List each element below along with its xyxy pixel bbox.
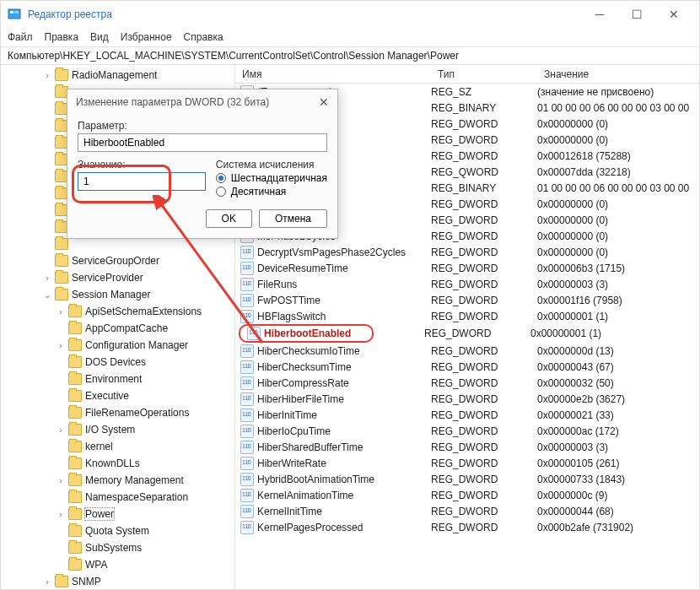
- binary-icon: [240, 473, 254, 486]
- binary-icon: [247, 327, 261, 340]
- menu-view[interactable]: Вид: [90, 31, 109, 43]
- binary-icon: [240, 457, 254, 470]
- col-type[interactable]: Тип: [431, 68, 537, 80]
- tree-item[interactable]: ›ApiSetSchemaExtensions: [1, 303, 234, 320]
- value-row[interactable]: HiberHiberFileTimeREG_DWORD0x00000e2b (3…: [235, 391, 699, 407]
- value-row[interactable]: HiberIoCpuTimeREG_DWORD0x000000ac (172): [235, 423, 699, 439]
- tree-item[interactable]: Quota System: [1, 522, 234, 539]
- col-name[interactable]: Имя: [235, 68, 431, 80]
- value-row[interactable]: KernelPagesProcessedREG_DWORD0x000b2afe …: [235, 519, 699, 535]
- binary-icon: [240, 392, 254, 406]
- regedit-icon: [8, 8, 21, 21]
- binary-icon: [240, 262, 254, 275]
- binary-icon: [240, 521, 254, 534]
- binary-icon: [240, 409, 254, 422]
- tree-item[interactable]: FileRenameOperations: [1, 404, 234, 421]
- tree-item[interactable]: ServiceGroupOrder: [1, 252, 234, 269]
- svg-rect-2: [14, 11, 19, 14]
- tree-item[interactable]: NamespaceSeparation: [1, 489, 234, 506]
- tree-item[interactable]: ›Memory Management: [1, 472, 234, 489]
- address-text: Компьютер\HKEY_LOCAL_MACHINE\SYSTEM\Curr…: [8, 50, 459, 62]
- address-bar[interactable]: Компьютер\HKEY_LOCAL_MACHINE\SYSTEM\Curr…: [1, 46, 699, 65]
- tree-item[interactable]: ›SNMP: [1, 573, 234, 589]
- value-row[interactable]: HiberSharedBufferTimeREG_DWORD0x00000003…: [235, 439, 699, 455]
- base-label: Система исчисления: [216, 159, 327, 171]
- binary-icon: [240, 425, 254, 438]
- binary-icon: [240, 441, 254, 454]
- titlebar: Редактор реестра ─ ☐ ✕: [1, 1, 699, 28]
- value-row[interactable]: HiberChecksumTimeREG_DWORD0x00000043 (67…: [235, 359, 699, 375]
- value-row[interactable]: HybridBootAnimationTimeREG_DWORD0x000007…: [235, 471, 699, 487]
- value-row[interactable]: HiberbootEnabledREG_DWORD0x00000001 (1): [235, 324, 699, 343]
- value-row[interactable]: KernelAnimationTimeREG_DWORD0x0000000c (…: [235, 487, 699, 503]
- dialog-close-icon[interactable]: ✕: [319, 95, 329, 109]
- tree-item[interactable]: KnownDLLs: [1, 455, 234, 472]
- svg-rect-1: [10, 11, 13, 14]
- col-value[interactable]: Значение: [537, 68, 699, 80]
- tree-item[interactable]: Executive: [1, 387, 234, 404]
- tree-item[interactable]: ›RadioManagement: [1, 67, 234, 84]
- tree-item[interactable]: ›ServiceProvider: [1, 269, 234, 286]
- tree-item[interactable]: AppCompatCache: [1, 320, 234, 337]
- maximize-button[interactable]: ☐: [618, 3, 655, 26]
- value-row[interactable]: DeviceResumeTimeREG_DWORD0x000006b3 (171…: [235, 260, 699, 276]
- binary-icon: [240, 360, 254, 374]
- tree-item[interactable]: SubSystems: [1, 539, 234, 556]
- value-field[interactable]: 1: [78, 172, 206, 191]
- binary-icon: [240, 310, 254, 323]
- value-row[interactable]: HiberChecksumIoTimeREG_DWORD0x0000000d (…: [235, 343, 699, 359]
- tree-item[interactable]: DOS Devices: [1, 354, 234, 371]
- tree-item[interactable]: ›Configuration Manager: [1, 337, 234, 354]
- value-row[interactable]: HiberCompressRateREG_DWORD0x00000032 (50…: [235, 375, 699, 391]
- column-headers: Имя Тип Значение: [235, 65, 699, 84]
- edit-dword-dialog: Изменение параметра DWORD (32 бита) ✕ Па…: [67, 89, 338, 239]
- binary-icon: [240, 294, 254, 307]
- binary-icon: [240, 376, 254, 390]
- tree-item[interactable]: kernel: [1, 438, 234, 455]
- value-row[interactable]: FwPOSTTimeREG_DWORD0x00001f16 (7958): [235, 292, 699, 308]
- menu-file[interactable]: Файл: [8, 31, 33, 43]
- svg-rect-0: [8, 9, 20, 19]
- menu-help[interactable]: Справка: [184, 31, 223, 43]
- cancel-button[interactable]: Отмена: [259, 209, 327, 228]
- radio-hex[interactable]: Шестнадцатеричная: [216, 172, 327, 184]
- binary-icon: [240, 489, 254, 502]
- binary-icon: [240, 246, 254, 259]
- binary-icon: [240, 505, 254, 518]
- menu-edit[interactable]: Правка: [45, 31, 79, 43]
- param-label: Параметр:: [78, 120, 327, 132]
- dialog-title: Изменение параметра DWORD (32 бита): [76, 96, 269, 108]
- binary-icon: [240, 278, 254, 291]
- close-button[interactable]: ✕: [655, 3, 692, 26]
- value-label: Значение:: [78, 159, 206, 171]
- radio-dec[interactable]: Десятичная: [216, 186, 327, 198]
- tree-item[interactable]: ⌄Session Manager: [1, 286, 234, 303]
- menu-favorites[interactable]: Избранное: [121, 31, 172, 43]
- binary-icon: [240, 344, 254, 358]
- tree-item[interactable]: WPA: [1, 556, 234, 573]
- menubar: Файл Правка Вид Избранное Справка: [1, 28, 699, 46]
- window-title: Редактор реестра: [28, 8, 112, 20]
- tree-item[interactable]: ›Power: [1, 506, 234, 522]
- value-row[interactable]: HiberWriteRateREG_DWORD0x00000105 (261): [235, 455, 699, 471]
- ok-button[interactable]: OK: [206, 209, 252, 228]
- param-field: HiberbootEnabled: [78, 133, 327, 152]
- tree-item[interactable]: Environment: [1, 371, 234, 387]
- tree-item[interactable]: ›I/O System: [1, 421, 234, 438]
- value-row[interactable]: HiberInitTimeREG_DWORD0x00000021 (33): [235, 407, 699, 423]
- value-row[interactable]: FileRunsREG_DWORD0x00000003 (3): [235, 276, 699, 292]
- minimize-button[interactable]: ─: [581, 3, 618, 26]
- value-row[interactable]: KernelInitTimeREG_DWORD0x00000044 (68): [235, 503, 699, 519]
- value-row[interactable]: HBFlagsSwitchREG_DWORD0x00000001 (1): [235, 308, 699, 324]
- value-row[interactable]: DecryptVsmPagesPhase2CyclesREG_DWORD0x00…: [235, 244, 699, 260]
